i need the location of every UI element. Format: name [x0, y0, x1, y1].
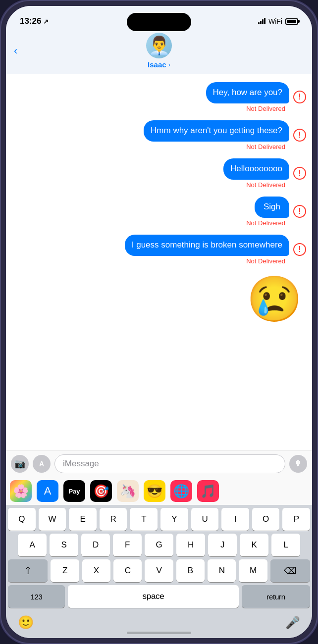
home-indicator	[127, 632, 191, 634]
messages-area[interactable]: Hey, how are you? ! Not Delivered Hmm wh…	[6, 74, 312, 450]
key-q[interactable]: Q	[8, 508, 36, 531]
signal-icon	[258, 18, 265, 24]
error-icon[interactable]: !	[293, 91, 306, 103]
apps-button[interactable]: A	[33, 455, 51, 473]
key-x[interactable]: X	[82, 559, 110, 582]
key-f[interactable]: F	[113, 534, 142, 556]
message-bubble: Hey, how are you?	[206, 82, 289, 103]
key-d[interactable]: D	[81, 534, 110, 556]
message-input[interactable]: iMessage	[54, 454, 285, 473]
message-text: Hmm why aren't you getting these?	[151, 126, 282, 135]
message-bubble: Sigh	[255, 197, 289, 218]
not-delivered-label: Not Delivered	[12, 181, 285, 189]
contact-name-row: Isaac ›	[148, 60, 170, 69]
key-u[interactable]: U	[191, 508, 219, 531]
not-delivered-label: Not Delivered	[12, 143, 285, 150]
camera-button[interactable]: 📷	[11, 455, 29, 473]
key-a[interactable]: A	[18, 534, 47, 556]
message-text: Helloooooooo	[230, 164, 282, 173]
key-y[interactable]: Y	[160, 508, 188, 531]
phone-frame: 13:26 ↗ WiFi ‹	[0, 0, 318, 644]
error-icon[interactable]: !	[293, 129, 306, 142]
key-k[interactable]: K	[240, 534, 268, 556]
shift-key[interactable]: ⇧	[8, 559, 48, 582]
contact-avatar: 👨‍💼	[146, 33, 172, 58]
nav-header: ‹ 👨‍💼 Isaac ›	[6, 33, 312, 74]
message-bubble: Helloooooooo	[223, 158, 289, 180]
key-g[interactable]: G	[145, 534, 173, 556]
keyboard-row-1: Q W E R T Y U I O P	[6, 505, 312, 531]
error-icon[interactable]: !	[293, 167, 306, 180]
keyboard-bottom-row: 123 space return	[6, 582, 312, 612]
key-c[interactable]: C	[113, 559, 142, 582]
message-bubble: Hmm why aren't you getting these?	[144, 120, 289, 142]
digitaltouch-icon: 🌐	[173, 484, 189, 499]
message-group-4: Sigh ! Not Delivered	[12, 197, 306, 231]
battery-icon	[285, 18, 298, 25]
space-key[interactable]: space	[68, 585, 239, 608]
activity-icon: 🎯	[93, 484, 109, 499]
waveform-icon: 🎙	[294, 459, 302, 468]
message-text: Sigh	[264, 202, 280, 211]
not-delivered-label: Not Delivered	[12, 105, 285, 112]
error-icon[interactable]: !	[293, 205, 306, 218]
key-s[interactable]: S	[50, 534, 78, 556]
memoji-app-icon[interactable]: 🦄	[117, 480, 139, 502]
music-icon: 🎵	[200, 484, 216, 499]
message-row: Hmm why aren't you getting these? !	[12, 120, 306, 142]
message-row: Hey, how are you? !	[12, 82, 306, 103]
microphone-button[interactable]: 🎤	[285, 616, 300, 630]
wifi-icon: WiFi	[268, 17, 282, 25]
key-j[interactable]: J	[208, 534, 237, 556]
appstore-app-icon[interactable]: A	[37, 480, 58, 502]
status-icons: WiFi	[258, 17, 298, 25]
appstore-icon: A	[44, 485, 52, 497]
back-button[interactable]: ‹	[14, 45, 17, 57]
return-key[interactable]: return	[242, 585, 310, 608]
applepay-app-icon[interactable]: Pay	[63, 480, 85, 502]
message-row: Sigh !	[12, 197, 306, 218]
key-v[interactable]: V	[145, 559, 173, 582]
key-n[interactable]: N	[208, 559, 236, 582]
key-z[interactable]: Z	[51, 559, 79, 582]
key-o[interactable]: O	[252, 508, 280, 531]
numbers-key[interactable]: 123	[8, 585, 65, 608]
input-placeholder: iMessage	[63, 459, 99, 469]
dynamic-island	[127, 13, 191, 31]
not-delivered-label: Not Delivered	[12, 257, 285, 265]
key-w[interactable]: W	[39, 508, 66, 531]
error-icon[interactable]: !	[293, 243, 306, 256]
message-text: Hey, how are you?	[213, 88, 282, 97]
apps-icon: A	[39, 460, 44, 468]
sticker-app-icon[interactable]: 😎	[144, 480, 165, 502]
emoji-keyboard-button[interactable]: 🙂	[18, 615, 34, 630]
digitaltouch-app-icon[interactable]: 🌐	[170, 480, 192, 502]
photos-app-icon[interactable]: 🌸	[10, 480, 32, 502]
memoji-icon: 🦄	[120, 484, 136, 499]
message-row: I guess something is broken somewhere !	[12, 235, 306, 256]
music-app-icon[interactable]: 🎵	[197, 480, 219, 502]
key-t[interactable]: T	[130, 508, 158, 531]
phone-screen: 13:26 ↗ WiFi ‹	[6, 6, 312, 638]
applepay-icon: Pay	[68, 488, 80, 495]
audio-record-button[interactable]: 🎙	[289, 455, 307, 473]
backspace-key[interactable]: ⌫	[270, 559, 310, 582]
message-row: Helloooooooo !	[12, 158, 306, 180]
key-p[interactable]: P	[282, 508, 310, 531]
key-i[interactable]: I	[221, 508, 249, 531]
key-r[interactable]: R	[100, 508, 127, 531]
key-b[interactable]: B	[176, 559, 205, 582]
key-h[interactable]: H	[176, 534, 205, 556]
keyboard[interactable]: Q W E R T Y U I O P A S D F G H J K	[6, 505, 312, 612]
time-display: 13:26	[20, 16, 41, 26]
activity-app-icon[interactable]: 🎯	[90, 480, 112, 502]
key-m[interactable]: M	[239, 559, 267, 582]
memoji-container: 😢	[12, 273, 306, 326]
key-l[interactable]: L	[271, 534, 300, 556]
keyboard-row-3: ⇧ Z X C V B N M ⌫	[6, 556, 312, 582]
status-time: 13:26 ↗	[20, 16, 49, 26]
nav-row: ‹ 👨‍💼 Isaac ›	[6, 33, 312, 69]
key-e[interactable]: E	[69, 508, 97, 531]
not-delivered-label: Not Delivered	[12, 219, 285, 227]
contact-info[interactable]: 👨‍💼 Isaac ›	[146, 33, 172, 69]
